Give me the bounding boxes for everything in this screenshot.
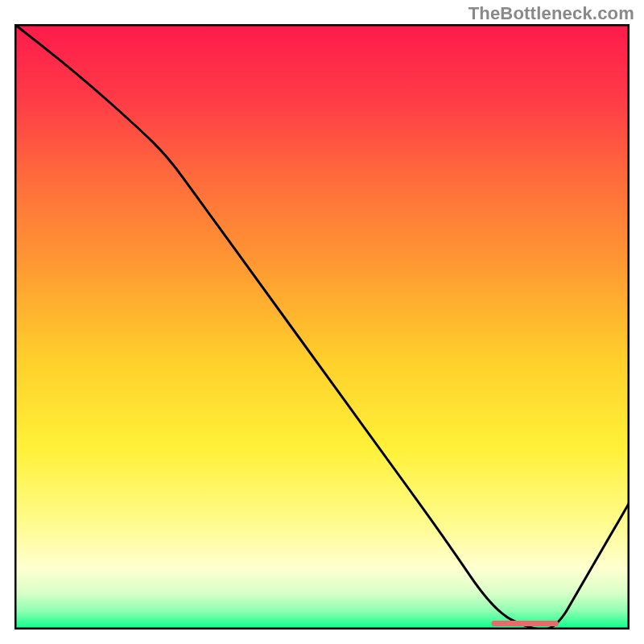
gradient-background (14, 24, 630, 630)
chart-container: TheBottleneck.com (0, 0, 644, 644)
watermark-text: TheBottleneck.com (469, 3, 634, 24)
plot-svg (14, 24, 630, 630)
plot-frame (14, 24, 630, 630)
